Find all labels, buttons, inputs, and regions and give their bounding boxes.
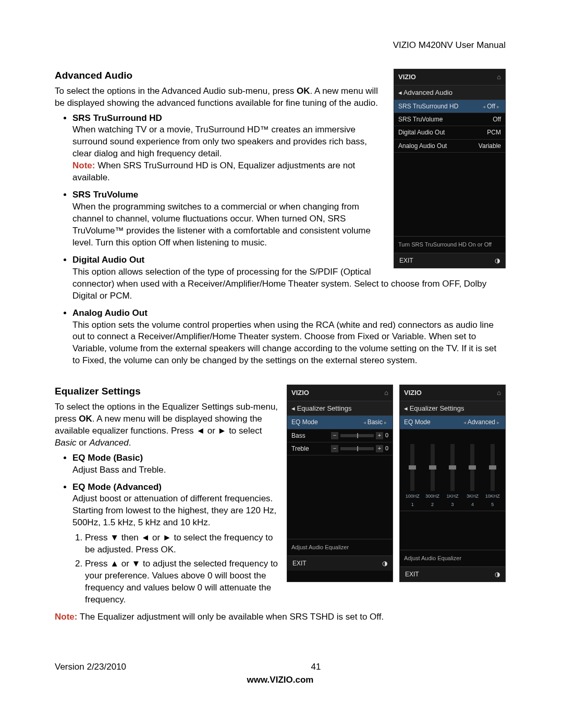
back-arrow-icon: ◂ [398,89,403,96]
exit-button[interactable]: EXIT [292,559,307,567]
equalizer-note: Note: The Equalizer adjustment will only… [55,611,506,623]
osd-equalizer-basic: VIZIO ⌂ ◂ Equalizer Settings EQ Mode ◂Ba… [287,385,393,582]
doc-header-title: VIZIO M420NV User Manual [393,40,506,52]
eq-band-slider[interactable] [410,444,414,491]
footer-page-number: 41 [311,661,321,673]
menu-row-eq-mode[interactable]: EQ Mode ◂Advanced▸ [400,416,505,429]
left-arrow-icon: ◂ [363,419,366,425]
right-arrow-icon: ▸ [497,419,499,425]
home-icon: ⌂ [497,388,501,398]
menu-row-srs-truvolume[interactable]: SRS TruVolume Off [394,113,505,126]
eq-band-slider[interactable] [431,444,435,491]
osd-equalizer-advanced: VIZIO ⌂ ◂ Equalizer Settings EQ Mode ◂Ad… [399,385,506,582]
menu-row-treble[interactable]: Treble − + 0 [287,442,393,455]
vizio-logo-icon: ◑ [382,559,387,567]
home-icon: ⌂ [497,72,501,82]
right-arrow-icon: ▸ [497,104,499,109]
menu-row-digital-audio-out[interactable]: Digital Audio Out PCM [394,126,505,139]
osd-breadcrumb: ◂ Advanced Audio [394,85,505,101]
back-arrow-icon: ◂ [291,404,297,412]
exit-button[interactable]: EXIT [399,256,413,265]
osd-equalizer-pair: VIZIO ⌂ ◂ Equalizer Settings EQ Mode ◂Ba… [287,385,506,582]
minus-icon[interactable]: − [331,432,338,439]
menu-row-srs-trusurround[interactable]: SRS TruSurround HD ◂Off▸ [394,100,505,113]
osd-brand: VIZIO [398,72,416,82]
vizio-logo-icon: ◑ [495,256,500,265]
eq-freq-labels: 100HZ300HZ1KHZ3KHZ10KHZ [400,493,505,501]
osd-hint: Turn SRS TruSurround HD On or Off [394,236,505,253]
eq-slider-grid[interactable] [400,429,505,493]
osd-brand: VIZIO [404,388,422,398]
bass-slider[interactable]: − + 0 [331,431,388,439]
menu-row-bass[interactable]: Bass − + 0 [287,429,393,442]
vizio-logo-icon: ◑ [495,570,500,578]
osd-hint: Adjust Audio Equalizer [287,539,393,556]
footer-version: Version 2/23/2010 [55,661,126,673]
home-icon: ⌂ [384,388,388,398]
page-footer: Version 2/23/2010 41 www.VIZIO.com [55,661,506,686]
osd-brand: VIZIO [291,388,309,398]
bullet-analog-audio-out: Analog Audio Out This option sets the vo… [72,307,506,367]
eq-band-slider[interactable] [450,444,455,491]
footer-url: www.VIZIO.com [55,674,506,686]
menu-row-analog-audio-out[interactable]: Analog Audio Out Variable [394,140,505,153]
eq-band-slider[interactable] [470,444,474,491]
eq-band-numbers: 12345 [400,501,505,511]
osd-advanced-audio: VIZIO ⌂ ◂ Advanced Audio SRS TruSurround… [394,69,506,268]
eq-band-slider[interactable] [491,444,495,491]
menu-row-eq-mode[interactable]: EQ Mode ◂Basic▸ [287,416,393,429]
exit-button[interactable]: EXIT [405,570,419,578]
osd-breadcrumb: ◂ Equalizer Settings [400,401,505,416]
right-arrow-icon: ▸ [384,419,387,425]
left-arrow-icon: ◂ [483,104,485,109]
left-arrow-icon: ◂ [463,419,466,425]
osd-hint: Adjust Audio Equalizer [400,550,505,566]
plus-icon[interactable]: + [376,445,383,452]
back-arrow-icon: ◂ [404,404,410,412]
plus-icon[interactable]: + [376,432,383,439]
treble-slider[interactable]: − + 0 [331,445,388,452]
osd-breadcrumb: ◂ Equalizer Settings [287,401,393,416]
minus-icon[interactable]: − [331,445,338,452]
